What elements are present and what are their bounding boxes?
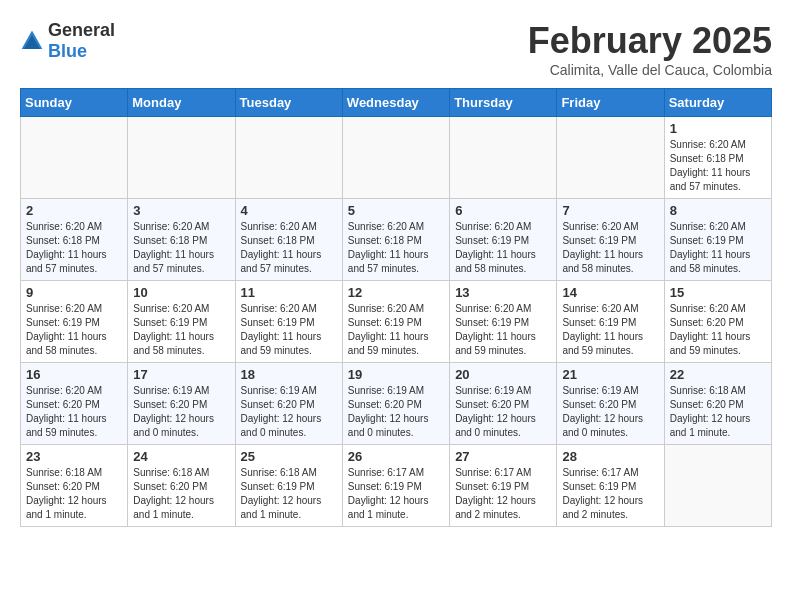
- day-cell: 28Sunrise: 6:17 AM Sunset: 6:19 PM Dayli…: [557, 445, 664, 527]
- weekday-header-sunday: Sunday: [21, 89, 128, 117]
- day-cell: 17Sunrise: 6:19 AM Sunset: 6:20 PM Dayli…: [128, 363, 235, 445]
- weekday-header-saturday: Saturday: [664, 89, 771, 117]
- day-cell: 21Sunrise: 6:19 AM Sunset: 6:20 PM Dayli…: [557, 363, 664, 445]
- day-info: Sunrise: 6:19 AM Sunset: 6:20 PM Dayligh…: [562, 384, 658, 440]
- weekday-header-thursday: Thursday: [450, 89, 557, 117]
- day-info: Sunrise: 6:19 AM Sunset: 6:20 PM Dayligh…: [241, 384, 337, 440]
- day-cell: 4Sunrise: 6:20 AM Sunset: 6:18 PM Daylig…: [235, 199, 342, 281]
- day-number: 21: [562, 367, 658, 382]
- day-number: 12: [348, 285, 444, 300]
- day-cell: 16Sunrise: 6:20 AM Sunset: 6:20 PM Dayli…: [21, 363, 128, 445]
- day-cell: 10Sunrise: 6:20 AM Sunset: 6:19 PM Dayli…: [128, 281, 235, 363]
- day-cell: 3Sunrise: 6:20 AM Sunset: 6:18 PM Daylig…: [128, 199, 235, 281]
- day-cell: [664, 445, 771, 527]
- day-info: Sunrise: 6:18 AM Sunset: 6:20 PM Dayligh…: [670, 384, 766, 440]
- day-info: Sunrise: 6:20 AM Sunset: 6:18 PM Dayligh…: [133, 220, 229, 276]
- logo-icon: [20, 29, 44, 53]
- day-cell: 19Sunrise: 6:19 AM Sunset: 6:20 PM Dayli…: [342, 363, 449, 445]
- day-info: Sunrise: 6:19 AM Sunset: 6:20 PM Dayligh…: [455, 384, 551, 440]
- day-number: 10: [133, 285, 229, 300]
- month-title: February 2025: [528, 20, 772, 62]
- day-cell: 2Sunrise: 6:20 AM Sunset: 6:18 PM Daylig…: [21, 199, 128, 281]
- day-cell: 18Sunrise: 6:19 AM Sunset: 6:20 PM Dayli…: [235, 363, 342, 445]
- day-cell: 20Sunrise: 6:19 AM Sunset: 6:20 PM Dayli…: [450, 363, 557, 445]
- day-info: Sunrise: 6:17 AM Sunset: 6:19 PM Dayligh…: [455, 466, 551, 522]
- day-info: Sunrise: 6:20 AM Sunset: 6:18 PM Dayligh…: [26, 220, 122, 276]
- day-info: Sunrise: 6:20 AM Sunset: 6:19 PM Dayligh…: [562, 220, 658, 276]
- week-row-1: 1Sunrise: 6:20 AM Sunset: 6:18 PM Daylig…: [21, 117, 772, 199]
- weekday-header-monday: Monday: [128, 89, 235, 117]
- day-number: 22: [670, 367, 766, 382]
- day-number: 28: [562, 449, 658, 464]
- day-cell: 1Sunrise: 6:20 AM Sunset: 6:18 PM Daylig…: [664, 117, 771, 199]
- day-info: Sunrise: 6:20 AM Sunset: 6:19 PM Dayligh…: [455, 302, 551, 358]
- logo-text: General Blue: [48, 20, 115, 62]
- day-number: 5: [348, 203, 444, 218]
- weekday-header-friday: Friday: [557, 89, 664, 117]
- day-cell: 27Sunrise: 6:17 AM Sunset: 6:19 PM Dayli…: [450, 445, 557, 527]
- day-number: 1: [670, 121, 766, 136]
- day-cell: [235, 117, 342, 199]
- day-info: Sunrise: 6:20 AM Sunset: 6:18 PM Dayligh…: [348, 220, 444, 276]
- day-cell: 6Sunrise: 6:20 AM Sunset: 6:19 PM Daylig…: [450, 199, 557, 281]
- day-info: Sunrise: 6:20 AM Sunset: 6:19 PM Dayligh…: [348, 302, 444, 358]
- day-cell: [21, 117, 128, 199]
- day-info: Sunrise: 6:20 AM Sunset: 6:19 PM Dayligh…: [455, 220, 551, 276]
- day-number: 23: [26, 449, 122, 464]
- day-number: 7: [562, 203, 658, 218]
- day-cell: 13Sunrise: 6:20 AM Sunset: 6:19 PM Dayli…: [450, 281, 557, 363]
- day-number: 25: [241, 449, 337, 464]
- day-cell: 22Sunrise: 6:18 AM Sunset: 6:20 PM Dayli…: [664, 363, 771, 445]
- day-info: Sunrise: 6:17 AM Sunset: 6:19 PM Dayligh…: [562, 466, 658, 522]
- day-number: 6: [455, 203, 551, 218]
- page-header: General Blue February 2025 Calimita, Val…: [20, 20, 772, 78]
- day-number: 8: [670, 203, 766, 218]
- day-number: 27: [455, 449, 551, 464]
- day-number: 13: [455, 285, 551, 300]
- logo: General Blue: [20, 20, 115, 62]
- day-cell: 14Sunrise: 6:20 AM Sunset: 6:19 PM Dayli…: [557, 281, 664, 363]
- day-number: 24: [133, 449, 229, 464]
- day-info: Sunrise: 6:20 AM Sunset: 6:18 PM Dayligh…: [241, 220, 337, 276]
- day-number: 11: [241, 285, 337, 300]
- day-info: Sunrise: 6:20 AM Sunset: 6:19 PM Dayligh…: [26, 302, 122, 358]
- day-info: Sunrise: 6:20 AM Sunset: 6:19 PM Dayligh…: [133, 302, 229, 358]
- week-row-5: 23Sunrise: 6:18 AM Sunset: 6:20 PM Dayli…: [21, 445, 772, 527]
- day-cell: 25Sunrise: 6:18 AM Sunset: 6:19 PM Dayli…: [235, 445, 342, 527]
- weekday-header-tuesday: Tuesday: [235, 89, 342, 117]
- day-number: 9: [26, 285, 122, 300]
- day-number: 14: [562, 285, 658, 300]
- day-cell: [128, 117, 235, 199]
- day-cell: [557, 117, 664, 199]
- day-cell: 8Sunrise: 6:20 AM Sunset: 6:19 PM Daylig…: [664, 199, 771, 281]
- day-number: 19: [348, 367, 444, 382]
- day-cell: [342, 117, 449, 199]
- location-subtitle: Calimita, Valle del Cauca, Colombia: [528, 62, 772, 78]
- day-number: 26: [348, 449, 444, 464]
- day-number: 15: [670, 285, 766, 300]
- day-cell: [450, 117, 557, 199]
- day-cell: 11Sunrise: 6:20 AM Sunset: 6:19 PM Dayli…: [235, 281, 342, 363]
- day-number: 16: [26, 367, 122, 382]
- day-cell: 9Sunrise: 6:20 AM Sunset: 6:19 PM Daylig…: [21, 281, 128, 363]
- day-info: Sunrise: 6:18 AM Sunset: 6:20 PM Dayligh…: [26, 466, 122, 522]
- day-info: Sunrise: 6:18 AM Sunset: 6:19 PM Dayligh…: [241, 466, 337, 522]
- day-number: 3: [133, 203, 229, 218]
- day-info: Sunrise: 6:20 AM Sunset: 6:18 PM Dayligh…: [670, 138, 766, 194]
- day-number: 18: [241, 367, 337, 382]
- day-info: Sunrise: 6:20 AM Sunset: 6:19 PM Dayligh…: [670, 220, 766, 276]
- day-info: Sunrise: 6:18 AM Sunset: 6:20 PM Dayligh…: [133, 466, 229, 522]
- week-row-4: 16Sunrise: 6:20 AM Sunset: 6:20 PM Dayli…: [21, 363, 772, 445]
- day-cell: 26Sunrise: 6:17 AM Sunset: 6:19 PM Dayli…: [342, 445, 449, 527]
- day-info: Sunrise: 6:17 AM Sunset: 6:19 PM Dayligh…: [348, 466, 444, 522]
- day-number: 20: [455, 367, 551, 382]
- day-cell: 23Sunrise: 6:18 AM Sunset: 6:20 PM Dayli…: [21, 445, 128, 527]
- day-info: Sunrise: 6:20 AM Sunset: 6:19 PM Dayligh…: [562, 302, 658, 358]
- day-cell: 7Sunrise: 6:20 AM Sunset: 6:19 PM Daylig…: [557, 199, 664, 281]
- day-info: Sunrise: 6:19 AM Sunset: 6:20 PM Dayligh…: [133, 384, 229, 440]
- week-row-3: 9Sunrise: 6:20 AM Sunset: 6:19 PM Daylig…: [21, 281, 772, 363]
- title-block: February 2025 Calimita, Valle del Cauca,…: [528, 20, 772, 78]
- day-number: 2: [26, 203, 122, 218]
- day-info: Sunrise: 6:20 AM Sunset: 6:20 PM Dayligh…: [670, 302, 766, 358]
- day-info: Sunrise: 6:19 AM Sunset: 6:20 PM Dayligh…: [348, 384, 444, 440]
